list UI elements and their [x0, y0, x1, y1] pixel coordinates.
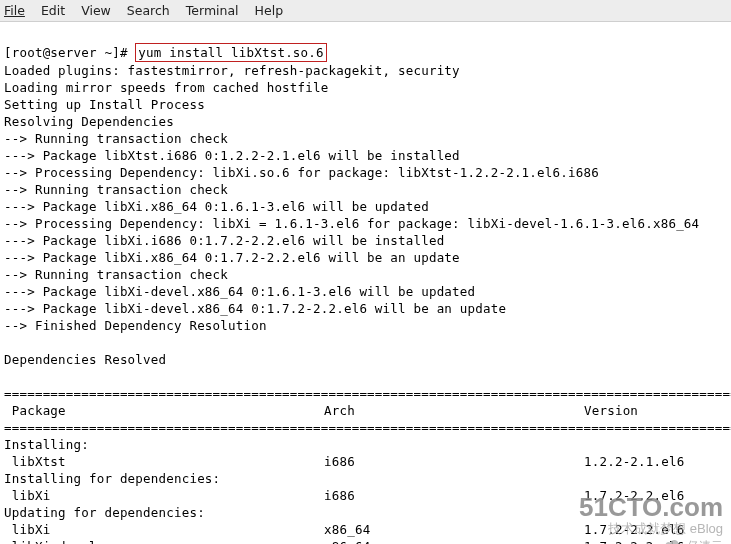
output-line: Loaded plugins: fastestmirror, refresh-p…	[4, 63, 460, 78]
output-line: Dependencies Resolved	[4, 352, 166, 367]
menu-view[interactable]: View	[81, 3, 111, 18]
output-line: --> Processing Dependency: libXi.so.6 fo…	[4, 165, 599, 180]
menu-bar: File Edit View Search Terminal Help	[0, 0, 731, 22]
terminal-area[interactable]: [root@server ~]# yum install libXtst.so.…	[0, 22, 731, 544]
col-package: Package	[4, 402, 324, 419]
table-rule: ========================================…	[4, 420, 731, 435]
menu-file[interactable]: File	[4, 3, 25, 18]
shell-prompt: [root@server ~]#	[4, 45, 135, 60]
watermark-line1: 51CTO.com	[579, 494, 723, 520]
cloud-icon	[663, 539, 683, 544]
output-line: ---> Package libXi-devel.x86_64 0:1.7.2-…	[4, 301, 506, 316]
watermark: 51CTO.com 技术成就梦想 eBlog 亿速云	[579, 494, 723, 544]
output-line: --> Running transaction check	[4, 182, 228, 197]
watermark-line3: 亿速云	[687, 538, 723, 544]
col-arch: Arch	[324, 402, 584, 419]
output-line: Setting up Install Process	[4, 97, 205, 112]
command-highlight: yum install libXtst.so.6	[135, 43, 326, 62]
output-line: --> Finished Dependency Resolution	[4, 318, 267, 333]
menu-help[interactable]: Help	[255, 3, 284, 18]
output-line: --> Processing Dependency: libXi = 1.6.1…	[4, 216, 699, 231]
output-line: ---> Package libXi.x86_64 0:1.7.2-2.2.el…	[4, 250, 460, 265]
menu-terminal[interactable]: Terminal	[186, 3, 239, 18]
watermark-line2: 技术成就梦想 eBlog	[579, 520, 723, 538]
output-line: ---> Package libXtst.i686 0:1.2.2-2.1.el…	[4, 148, 460, 163]
output-line: Loading mirror speeds from cached hostfi…	[4, 80, 328, 95]
menu-search[interactable]: Search	[127, 3, 170, 18]
section-installing: Installing:	[4, 437, 89, 452]
menu-edit[interactable]: Edit	[41, 3, 65, 18]
output-line: --> Running transaction check	[4, 131, 228, 146]
command-text: yum install libXtst.so.6	[138, 45, 323, 60]
section-installing-deps: Installing for dependencies:	[4, 471, 220, 486]
output-line: Resolving Dependencies	[4, 114, 174, 129]
output-line: --> Running transaction check	[4, 267, 228, 282]
table-header: PackageArchVersion	[4, 403, 638, 418]
section-updating-deps: Updating for dependencies:	[4, 505, 205, 520]
output-line: ---> Package libXi-devel.x86_64 0:1.6.1-…	[4, 284, 475, 299]
table-rule: ========================================…	[4, 386, 731, 401]
table-row: libXtsti6861.2.2-2.1.el6	[4, 454, 684, 469]
output-line: ---> Package libXi.i686 0:1.7.2-2.2.el6 …	[4, 233, 444, 248]
output-line: ---> Package libXi.x86_64 0:1.6.1-3.el6 …	[4, 199, 429, 214]
col-version: Version	[584, 403, 638, 418]
